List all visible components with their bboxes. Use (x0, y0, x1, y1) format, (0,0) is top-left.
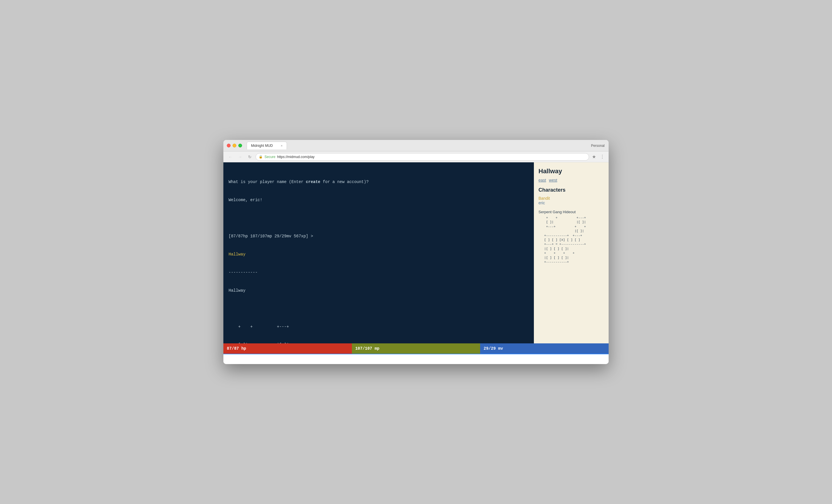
terminal-prompt: [87/87hp 107/107mp 29/29mv 567xp] > (229, 233, 529, 239)
hp-label: 87/87 hp (227, 346, 246, 351)
sidebar-exit-east[interactable]: east (539, 178, 546, 183)
terminal-line: What is your player name (Enter create f… (229, 179, 529, 185)
mv-bar: 29/29 mv (480, 343, 608, 354)
terminal-line: + + +---+ (229, 324, 529, 330)
mv-label: 29/29 mv (484, 346, 503, 351)
close-button[interactable] (227, 144, 231, 148)
terminal-area[interactable]: What is your player name (Enter create f… (224, 162, 534, 343)
address-bar[interactable]: 🔒 Secure https://midmud.com/play (256, 153, 589, 161)
terminal-line (229, 306, 529, 312)
secure-label: Secure (264, 155, 276, 159)
mp-bar: 107/107 mp (352, 343, 480, 354)
command-input[interactable] (226, 357, 606, 362)
sidebar-char-eric[interactable]: eric (539, 201, 604, 205)
terminal-line: Welcome, eric! (229, 197, 529, 203)
mp-label: 107/107 mp (355, 346, 380, 351)
lock-icon: 🔒 (259, 155, 263, 159)
menu-button[interactable]: ⋮ (599, 154, 606, 159)
maximize-button[interactable] (238, 144, 242, 148)
tab-title: Midnight MUD (251, 144, 273, 148)
terminal-line: ------------ (229, 269, 529, 275)
status-bars: 87/87 hp 107/107 mp 29/29 mv (224, 343, 608, 354)
sidebar: Hallway east west Characters Bandit eric… (534, 162, 608, 343)
terminal-line: Hallway (229, 288, 529, 294)
profile-label: Personal (591, 144, 605, 148)
tab-area: Midnight MUD × (247, 142, 287, 150)
tab-close-button[interactable]: × (281, 144, 283, 148)
input-area (224, 354, 608, 364)
traffic-lights (227, 144, 242, 148)
bookmark-button[interactable]: ★ (591, 154, 597, 159)
nav-bar: ← → ↻ 🔒 Secure https://midmud.com/play ★… (224, 152, 608, 162)
terminal-line (229, 215, 529, 221)
sidebar-char-bandit[interactable]: Bandit (539, 196, 604, 201)
sidebar-map: + + +---+ [ ]| |[ ]| +---+ + + |[ ]| +--… (539, 216, 604, 264)
back-button[interactable]: ← (226, 153, 234, 161)
sidebar-exits: east west (539, 178, 604, 183)
create-keyword: create (306, 180, 320, 184)
sidebar-mini-room-title: Serpent Gang Hideout (539, 210, 604, 214)
title-bar: Midnight MUD × Personal (224, 140, 608, 152)
url-text: https://midmud.com/play (277, 155, 314, 159)
sidebar-mini-room: Serpent Gang Hideout + + +---+ [ ]| |[ ]… (539, 210, 604, 264)
active-tab[interactable]: Midnight MUD × (247, 142, 287, 150)
browser-content: What is your player name (Enter create f… (224, 162, 608, 343)
refresh-button[interactable]: ↻ (246, 153, 254, 161)
hp-bar: 87/87 hp (224, 343, 352, 354)
room-name-line: Hallway (229, 251, 529, 258)
sidebar-room-title: Hallway (539, 167, 604, 175)
sidebar-exit-west[interactable]: west (549, 178, 557, 183)
minimize-button[interactable] (233, 144, 236, 148)
sidebar-characters-title: Characters (539, 187, 604, 193)
forward-button[interactable]: → (236, 153, 244, 161)
browser-window: Midnight MUD × Personal ← → ↻ 🔒 Secure h… (224, 140, 608, 364)
